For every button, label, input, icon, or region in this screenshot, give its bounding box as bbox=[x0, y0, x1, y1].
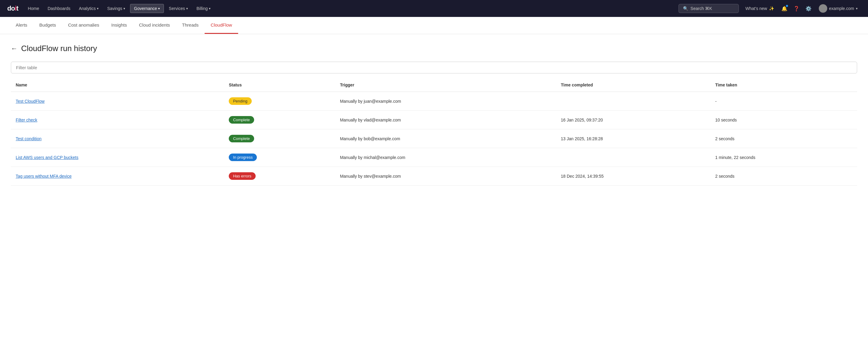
chevron-down-icon: ▾ bbox=[158, 7, 160, 10]
nav-billing[interactable]: Billing ▾ bbox=[193, 4, 214, 13]
table-row: Filter check Complete Manually by vlad@e… bbox=[11, 111, 857, 129]
nav-analytics[interactable]: Analytics ▾ bbox=[75, 4, 102, 13]
run-link[interactable]: Test condition bbox=[16, 136, 42, 141]
avatar bbox=[819, 4, 827, 13]
cell-status: Complete bbox=[224, 129, 335, 148]
search-bar[interactable]: 🔍 Search ⌘K bbox=[679, 4, 739, 13]
chevron-down-icon: ▾ bbox=[123, 7, 125, 10]
status-badge: Has errors bbox=[229, 172, 256, 180]
cell-time-completed bbox=[556, 92, 710, 111]
nav-services[interactable]: Services ▾ bbox=[165, 4, 192, 13]
logo[interactable]: doit bbox=[7, 4, 18, 12]
chevron-down-icon: ▾ bbox=[186, 7, 188, 10]
notifications-button[interactable]: 🔔 bbox=[780, 4, 789, 13]
cell-name: Tag users without MFA device bbox=[11, 167, 224, 186]
nav-governance[interactable]: Governance ▾ bbox=[130, 4, 164, 13]
col-status: Status bbox=[224, 78, 335, 92]
table-row: Tag users without MFA device Has errors … bbox=[11, 167, 857, 186]
status-badge: Pending bbox=[229, 97, 252, 105]
page-header: ← CloudFlow run history bbox=[11, 44, 857, 53]
filter-input[interactable] bbox=[11, 62, 857, 74]
chevron-down-icon: ▾ bbox=[209, 7, 211, 10]
col-name: Name bbox=[11, 78, 224, 92]
run-history-table: Name Status Trigger Time completed Time … bbox=[11, 78, 857, 186]
subnav-cost-anomalies[interactable]: Cost anomalies bbox=[62, 17, 105, 34]
subnav-cloud-incidents[interactable]: Cloud incidents bbox=[133, 17, 176, 34]
back-button[interactable]: ← bbox=[11, 45, 18, 53]
help-button[interactable]: ❓ bbox=[792, 4, 801, 13]
cell-time-taken: 10 seconds bbox=[710, 111, 857, 129]
cell-time-taken: 1 minute, 22 seconds bbox=[710, 148, 857, 167]
subnav-alerts[interactable]: Alerts bbox=[10, 17, 33, 34]
col-trigger: Trigger bbox=[335, 78, 556, 92]
table-row: List AWS users and GCP buckets In progre… bbox=[11, 148, 857, 167]
run-link[interactable]: List AWS users and GCP buckets bbox=[16, 155, 79, 160]
chevron-down-icon: ▾ bbox=[856, 7, 858, 10]
cell-trigger: Manually by vlad@example.com bbox=[335, 111, 556, 129]
cell-trigger: Manually by bob@example.com bbox=[335, 129, 556, 148]
cell-time-taken: 2 seconds bbox=[710, 129, 857, 148]
cell-name: Filter check bbox=[11, 111, 224, 129]
cell-time-completed: 18 Dec 2024, 14:39:55 bbox=[556, 167, 710, 186]
subnav-budgets[interactable]: Budgets bbox=[33, 17, 62, 34]
cell-time-completed bbox=[556, 148, 710, 167]
cell-status: Has errors bbox=[224, 167, 335, 186]
whats-new-button[interactable]: What's new ✨ bbox=[742, 4, 777, 13]
cell-status: In progress bbox=[224, 148, 335, 167]
cell-time-completed: 16 Jan 2025, 09:37:20 bbox=[556, 111, 710, 129]
cell-time-completed: 13 Jan 2025, 16:28:28 bbox=[556, 129, 710, 148]
run-link[interactable]: Test CloudFlow bbox=[16, 99, 45, 104]
cell-name: Test condition bbox=[11, 129, 224, 148]
nav-home[interactable]: Home bbox=[24, 4, 42, 13]
top-navigation: doit Home Dashboards Analytics ▾ Savings… bbox=[0, 0, 868, 17]
notification-badge bbox=[786, 5, 788, 7]
page-title: CloudFlow run history bbox=[21, 44, 97, 53]
cell-status: Complete bbox=[224, 111, 335, 129]
col-time-completed: Time completed bbox=[556, 78, 710, 92]
nav-savings[interactable]: Savings ▾ bbox=[103, 4, 129, 13]
main-content: ← CloudFlow run history Name Status Trig… bbox=[0, 34, 868, 340]
cell-trigger: Manually by michal@example.com bbox=[335, 148, 556, 167]
nav-dashboards[interactable]: Dashboards bbox=[44, 4, 74, 13]
cell-time-taken: 2 seconds bbox=[710, 167, 857, 186]
status-badge: In progress bbox=[229, 153, 257, 161]
subnav-threads[interactable]: Threads bbox=[176, 17, 205, 34]
sub-navigation: Alerts Budgets Cost anomalies Insights C… bbox=[0, 17, 868, 34]
subnav-cloudflow[interactable]: CloudFlow bbox=[205, 17, 238, 34]
cell-time-taken: - bbox=[710, 92, 857, 111]
nav-actions: What's new ✨ 🔔 ❓ ⚙️ example.com ▾ bbox=[742, 3, 861, 14]
run-link[interactable]: Filter check bbox=[16, 118, 37, 122]
cell-name: List AWS users and GCP buckets bbox=[11, 148, 224, 167]
run-link[interactable]: Tag users without MFA device bbox=[16, 174, 71, 179]
cell-trigger: Manually by stev@example.com bbox=[335, 167, 556, 186]
sparkle-icon: ✨ bbox=[769, 6, 774, 11]
settings-button[interactable]: ⚙️ bbox=[804, 4, 813, 13]
status-badge: Complete bbox=[229, 135, 254, 142]
search-icon: 🔍 bbox=[683, 6, 688, 11]
chevron-down-icon: ▾ bbox=[97, 7, 99, 10]
subnav-insights[interactable]: Insights bbox=[105, 17, 133, 34]
account-button[interactable]: example.com ▾ bbox=[816, 3, 861, 14]
col-time-taken: Time taken bbox=[710, 78, 857, 92]
table-row: Test CloudFlow Pending Manually by juan@… bbox=[11, 92, 857, 111]
cell-status: Pending bbox=[224, 92, 335, 111]
table-row: Test condition Complete Manually by bob@… bbox=[11, 129, 857, 148]
cell-name: Test CloudFlow bbox=[11, 92, 224, 111]
cell-trigger: Manually by juan@example.com bbox=[335, 92, 556, 111]
status-badge: Complete bbox=[229, 116, 254, 123]
